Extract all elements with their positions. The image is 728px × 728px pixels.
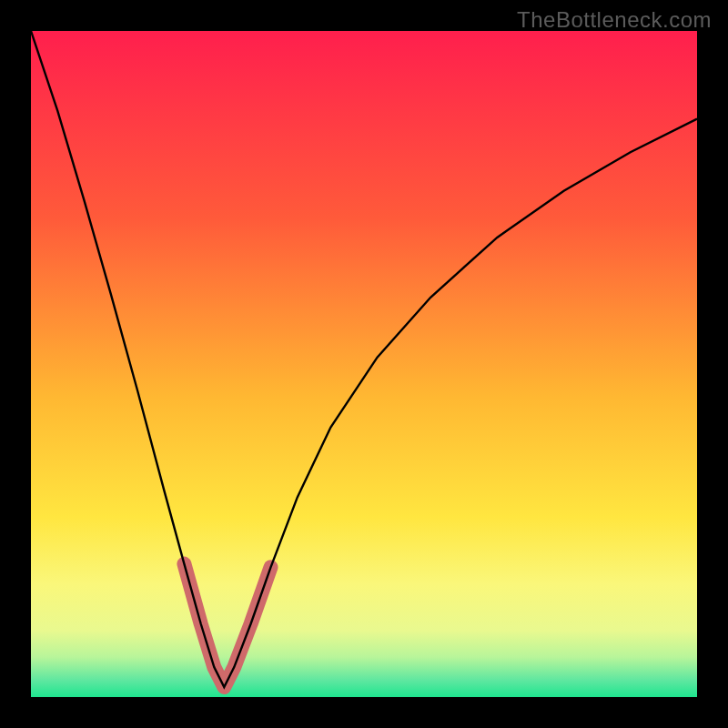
plot-area bbox=[31, 31, 697, 697]
optimal-range-highlight bbox=[184, 564, 270, 687]
curve-layer bbox=[31, 31, 697, 697]
outer-frame: TheBottleneck.com bbox=[0, 0, 728, 728]
watermark-text: TheBottleneck.com bbox=[517, 7, 712, 33]
bottleneck-curve bbox=[31, 31, 697, 687]
